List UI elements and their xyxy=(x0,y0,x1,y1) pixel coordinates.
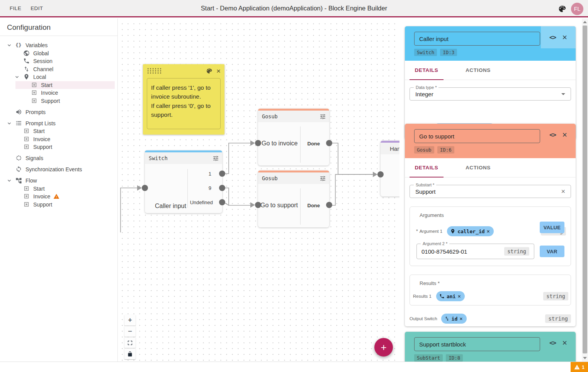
chevron-down-icon[interactable] xyxy=(6,177,15,184)
clear-icon[interactable]: × xyxy=(561,188,565,195)
tree-item-channel[interactable]: Channel xyxy=(0,65,117,73)
switch-port-1[interactable] xyxy=(219,171,225,177)
tree-item-global[interactable]: Global xyxy=(0,49,117,58)
edit-menu[interactable]: EDIT xyxy=(26,5,48,11)
tab-actions[interactable]: ACTIONS xyxy=(460,165,496,171)
block-title-input[interactable]: Support startblock xyxy=(414,337,540,351)
switch-output-undefined: Undefined xyxy=(190,200,213,205)
tune-icon[interactable] xyxy=(319,175,326,182)
bottom-bar: 1 xyxy=(0,362,588,372)
block-title-input[interactable]: Caller input xyxy=(414,32,540,46)
close-panel-icon[interactable]: × xyxy=(562,339,567,347)
add-block-fab[interactable]: + xyxy=(374,338,393,357)
tree-item-prompts[interactable]: Prompts xyxy=(0,108,117,116)
argument2-var-button[interactable]: VAR xyxy=(540,246,564,257)
avatar[interactable]: FL xyxy=(571,3,583,15)
switch-node-header[interactable]: Switch xyxy=(145,152,222,164)
switch-input-port[interactable] xyxy=(142,185,148,191)
chip-remove-icon[interactable]: × xyxy=(457,293,461,299)
gosub-support-node[interactable]: Gosub Go to support Done xyxy=(258,171,329,227)
hangup-node[interactable]: Hangup xyxy=(381,141,399,196)
chevron-down-icon[interactable] xyxy=(6,42,15,48)
tab-actions[interactable]: ACTIONS xyxy=(460,67,496,73)
output-switch-chip[interactable]: id × xyxy=(441,314,467,324)
note-color-palette-icon[interactable] xyxy=(206,68,212,74)
hangup-input-port[interactable] xyxy=(377,171,384,177)
tree-item-flow[interactable]: Flow xyxy=(0,177,117,185)
switch-port-undefined[interactable] xyxy=(219,199,225,205)
tree-item-prompt-lists[interactable]: Prompt Lists xyxy=(0,119,117,128)
argument1-value-button[interactable]: VALUE xyxy=(540,222,564,233)
tree-item-label: Support xyxy=(33,144,52,150)
scrollbar-thumb[interactable] xyxy=(583,26,587,353)
flow-canvas[interactable]: × If caller press '1', go to invoice sub… xyxy=(118,19,399,362)
zoom-in-button[interactable]: + xyxy=(124,315,136,326)
tune-icon[interactable] xyxy=(319,113,326,120)
tree-item-session[interactable]: Session xyxy=(0,57,117,65)
tree-item-label: Variables xyxy=(25,42,48,48)
tree-item-start[interactable]: Start xyxy=(0,81,117,89)
note-close-icon[interactable]: × xyxy=(216,67,221,75)
tree-item-support[interactable]: Support xyxy=(0,143,117,151)
gosub-node-header[interactable]: Gosub xyxy=(258,111,329,122)
panel-scrollbar[interactable] xyxy=(582,19,588,362)
chevron-down-icon[interactable] xyxy=(14,74,23,80)
chip-remove-icon[interactable]: × xyxy=(487,228,490,234)
block-id-badge: ID:3 xyxy=(440,49,457,56)
tree-item-synchronization-events[interactable]: Synchronization Events xyxy=(0,166,117,174)
argument2-input[interactable]: Argument 2 * 0100-8754629-01 string xyxy=(416,244,534,259)
theme-palette-icon[interactable] xyxy=(558,5,566,13)
warnings-badge[interactable]: 1 xyxy=(571,362,588,372)
tree-item-label: Global xyxy=(33,50,49,56)
switch-port-9[interactable] xyxy=(219,185,225,191)
code-view-icon[interactable]: <> xyxy=(549,34,556,41)
gosub-done-port[interactable] xyxy=(326,202,332,208)
code-view-icon[interactable]: <> xyxy=(549,131,556,138)
output-switch-label: Output Switch xyxy=(410,316,437,321)
switch-node[interactable]: Switch Caller input 1 9 Undefined xyxy=(145,150,222,213)
code-view-icon[interactable]: <> xyxy=(549,339,556,346)
results1-chip[interactable]: ani × xyxy=(436,291,465,301)
tree-item-invoice[interactable]: Invoice xyxy=(0,193,117,201)
chevron-down-icon[interactable] xyxy=(6,120,15,126)
zoom-out-button[interactable]: − xyxy=(124,326,136,337)
tune-icon[interactable] xyxy=(212,155,219,162)
input-arrow-icon xyxy=(137,185,142,191)
fit-view-button[interactable] xyxy=(124,337,136,348)
tree-item-support[interactable]: Support xyxy=(0,201,117,209)
gosub-input-port[interactable] xyxy=(255,140,261,146)
app-window: FILE EDIT Start - Demo Application (demo… xyxy=(0,0,588,372)
scroll-down-arrow-icon[interactable] xyxy=(583,357,587,359)
tree-item-local[interactable]: Local xyxy=(0,73,117,81)
data-type-select[interactable]: Data type * Integer xyxy=(410,87,571,101)
argument1-chip[interactable]: caller_id × xyxy=(447,226,494,236)
substart-select[interactable]: Substart * Support × xyxy=(410,185,571,198)
close-panel-icon[interactable]: × xyxy=(562,131,567,139)
gosub-done-port[interactable] xyxy=(326,140,332,146)
gosub-node-header[interactable]: Gosub xyxy=(258,172,329,184)
chip-remove-icon[interactable]: × xyxy=(459,316,462,322)
hangup-node-header[interactable]: Hangup xyxy=(381,143,399,154)
tree-item-invoice[interactable]: Invoice xyxy=(0,89,117,97)
close-panel-icon[interactable]: × xyxy=(562,33,567,42)
phone-icon xyxy=(439,294,445,299)
drag-handle-icon[interactable] xyxy=(147,68,162,74)
gosub-input-port[interactable] xyxy=(255,202,261,208)
tree-item-invoice[interactable]: Invoice xyxy=(0,135,117,143)
sticky-note-text[interactable]: If caller press '1', go to invoice subro… xyxy=(147,78,221,129)
file-menu[interactable]: FILE xyxy=(5,5,26,11)
lock-button[interactable] xyxy=(124,348,136,359)
tree-item-variables[interactable]: {}Variables xyxy=(0,41,117,49)
tab-details[interactable]: DETAILS xyxy=(410,67,444,73)
tree-item-start[interactable]: Start xyxy=(0,185,117,193)
scroll-up-arrow-icon[interactable] xyxy=(583,21,587,23)
gosub-card-body: DETAILS ACTIONS Substart * Support × Arg… xyxy=(405,158,576,326)
sticky-note[interactable]: × If caller press '1', go to invoice sub… xyxy=(143,64,224,135)
tree-item-signals[interactable]: Signals xyxy=(0,154,117,162)
box-icon xyxy=(23,185,30,192)
block-title-input[interactable]: Go to support xyxy=(414,129,540,143)
tree-item-support[interactable]: Support xyxy=(0,97,117,105)
gosub-invoice-node[interactable]: Gosub Go to invoice Done xyxy=(258,109,329,166)
tree-item-start[interactable]: Start xyxy=(0,127,117,135)
tab-details[interactable]: DETAILS xyxy=(410,165,444,171)
